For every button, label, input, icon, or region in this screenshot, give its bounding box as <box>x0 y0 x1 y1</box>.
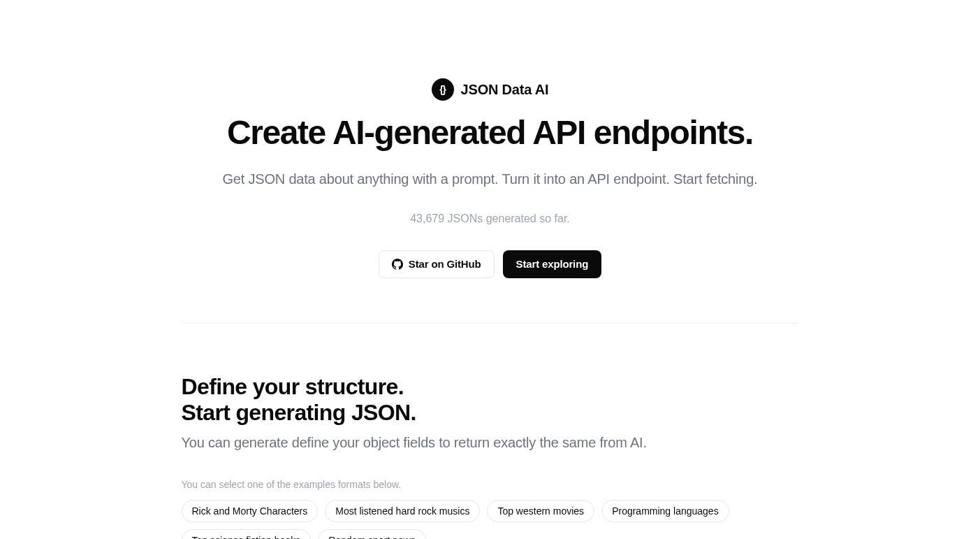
hero-section: {} JSON Data AI Create AI-generated API … <box>176 78 805 323</box>
section-title-line1: Define your structure. <box>182 374 404 399</box>
example-chips: Rick and Morty Characters Most listened … <box>182 500 799 539</box>
generated-count: 43,679 JSONs generated so far. <box>176 213 805 225</box>
cta-row: Star on GitHub Start exploring <box>176 250 805 278</box>
example-chip[interactable]: Programming languages <box>601 500 729 522</box>
section-subtext: You can generate define your object fiel… <box>182 435 799 451</box>
example-chip[interactable]: Top science fiction books <box>182 529 312 539</box>
define-section: Define your structure. Start generating … <box>176 374 805 539</box>
example-chip[interactable]: Top western movies <box>487 500 594 522</box>
example-chip[interactable]: Random sport news <box>318 529 426 539</box>
brand: {} JSON Data AI <box>432 78 549 101</box>
section-title: Define your structure. Start generating … <box>182 374 799 426</box>
start-exploring-button[interactable]: Start exploring <box>503 250 602 278</box>
example-chip[interactable]: Most listened hard rock musics <box>325 500 480 522</box>
section-divider <box>183 323 798 324</box>
page-subhead: Get JSON data about anything with a prom… <box>176 171 805 187</box>
section-title-line2: Start generating JSON. <box>182 400 416 425</box>
github-icon <box>392 259 403 270</box>
brand-name: JSON Data AI <box>461 82 549 98</box>
page-headline: Create AI-generated API endpoints. <box>176 115 805 152</box>
github-star-button[interactable]: Star on GitHub <box>379 250 495 278</box>
start-exploring-label: Start exploring <box>516 258 589 270</box>
examples-hint: You can select one of the examples forma… <box>182 479 799 490</box>
braces-icon: {} <box>432 78 454 101</box>
github-star-label: Star on GitHub <box>409 258 481 270</box>
example-chip[interactable]: Rick and Morty Characters <box>182 500 319 522</box>
